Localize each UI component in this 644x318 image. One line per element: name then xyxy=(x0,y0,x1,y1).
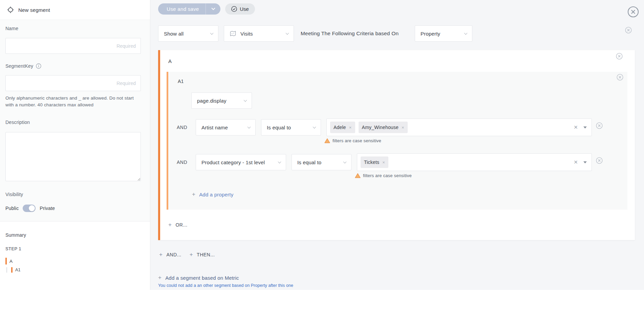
add-metric-note: You could not add a an other segment bas… xyxy=(158,283,293,288)
subgroup-a1-label: A1 xyxy=(178,79,184,84)
case-sensitive-warning: filters are case sensitive xyxy=(324,138,381,143)
sidebar-divider xyxy=(150,0,150,290)
summary-item-a1: A1 xyxy=(6,267,21,273)
name-input[interactable] xyxy=(5,38,141,54)
chevron-down-icon xyxy=(211,6,215,10)
use-and-save-button[interactable]: Use and save xyxy=(158,3,220,15)
summary-title: Summary xyxy=(5,232,26,238)
condition-comparator-select[interactable]: Is equal to xyxy=(292,154,351,170)
map-icon xyxy=(230,30,236,37)
sidebar: New segment Name SegmentKey Only alphanu… xyxy=(0,0,150,318)
target-icon xyxy=(7,6,14,14)
operator-label: AND xyxy=(177,153,187,171)
chevron-down-icon xyxy=(244,99,247,102)
based-on-select[interactable]: Property xyxy=(415,25,472,42)
group-a-label: A xyxy=(168,58,172,64)
summary-a-bar xyxy=(5,258,7,264)
close-icon[interactable] xyxy=(627,6,639,18)
chevron-down-icon xyxy=(343,160,347,164)
metric-select[interactable]: Visits xyxy=(224,25,294,42)
use-button[interactable]: Use xyxy=(225,3,255,15)
remove-group-a-icon[interactable] xyxy=(616,53,623,60)
remove-condition-icon[interactable] xyxy=(596,122,603,129)
property-select[interactable]: page.display xyxy=(191,92,252,109)
segment-builder-modal: New segment Name SegmentKey Only alphanu… xyxy=(0,0,644,318)
visibility-row: Public Private xyxy=(5,205,55,212)
operator-label: AND xyxy=(177,119,187,136)
visibility-private-label: Private xyxy=(40,206,55,211)
segmentkey-input[interactable] xyxy=(5,75,141,91)
chevron-down-icon xyxy=(464,31,468,35)
visibility-label: Visibility xyxy=(5,192,23,197)
info-icon[interactable] xyxy=(36,63,41,69)
dropdown-caret-icon[interactable] xyxy=(583,162,587,164)
summary-step-label: STEP 1 xyxy=(5,246,21,251)
condition-property-select[interactable]: Artist name xyxy=(196,119,256,135)
add-property-button[interactable]: + Add a property xyxy=(192,191,233,198)
segmentkey-label: SegmentKey xyxy=(5,63,41,69)
description-textarea[interactable] xyxy=(5,132,141,181)
check-circle-icon xyxy=(231,6,237,12)
condition-row: AND Product category - 1st level Is equa… xyxy=(167,153,627,171)
remove-subgroup-a1-icon[interactable] xyxy=(617,74,623,81)
remove-value-icon[interactable]: × xyxy=(402,125,404,130)
segment-group-a: A A1 page.display xyxy=(158,50,635,240)
value-chip: Tickets × xyxy=(361,156,388,168)
group-actions: + AND... + THEN... xyxy=(159,251,215,258)
plus-icon: + xyxy=(158,274,162,281)
plus-icon: + xyxy=(190,251,193,258)
plus-icon: + xyxy=(168,221,172,228)
use-and-save-dropdown[interactable] xyxy=(206,3,220,15)
chevron-down-icon xyxy=(278,160,281,164)
criteria-statement: Meeting The Following Criteria based On xyxy=(301,25,399,42)
condition-values-field[interactable]: Adele × Amy_Winehouse × ✕ xyxy=(326,119,592,136)
toggle-knob xyxy=(29,205,35,211)
subgroup-a1-accent-bar xyxy=(167,72,168,210)
value-chip: Amy_Winehouse × xyxy=(359,122,408,133)
dropdown-caret-icon[interactable] xyxy=(583,127,587,129)
summary-divider xyxy=(0,221,150,221)
remove-value-icon[interactable]: × xyxy=(349,125,352,130)
plus-icon: + xyxy=(159,251,163,258)
visibility-public-label: Public xyxy=(5,206,19,211)
chevron-down-icon xyxy=(286,31,289,35)
description-label: Description xyxy=(5,120,30,125)
add-or-button[interactable]: + OR... xyxy=(168,221,188,228)
summary-a1-bar xyxy=(11,267,13,273)
add-and-button[interactable]: + AND... xyxy=(159,251,181,258)
plus-icon: + xyxy=(192,191,195,198)
visibility-toggle[interactable] xyxy=(23,205,36,212)
condition-values-field[interactable]: Tickets × ✕ xyxy=(357,153,592,171)
value-chip: Adele × xyxy=(330,122,355,133)
case-sensitive-warning: filters are case sensitive xyxy=(355,173,412,178)
chevron-down-icon xyxy=(248,125,251,129)
condition-comparator-select[interactable]: Is equal to xyxy=(261,119,321,135)
remove-value-icon[interactable]: × xyxy=(382,160,385,165)
summary-item-a: A xyxy=(5,258,13,264)
summary-a1-indent-bar xyxy=(6,267,7,273)
condition-property-select[interactable]: Product category - 1st level xyxy=(196,154,286,170)
warning-triangle-icon xyxy=(355,173,361,178)
remove-condition-icon[interactable] xyxy=(596,157,603,164)
segment-subgroup-a1: A1 page.display AND Artist name xyxy=(167,72,627,210)
chevron-down-icon xyxy=(313,125,316,129)
remove-criteria-icon[interactable] xyxy=(625,27,632,34)
clear-values-icon[interactable]: ✕ xyxy=(574,159,578,165)
group-a-accent-bar xyxy=(158,50,160,240)
add-metric-segment-button[interactable]: + Add a segment based on Metric xyxy=(158,274,239,281)
warning-triangle-icon xyxy=(324,138,330,143)
sidebar-header: New segment xyxy=(0,0,150,20)
add-then-button[interactable]: + THEN... xyxy=(190,251,215,258)
name-label: Name xyxy=(5,26,18,31)
segmentkey-help-text: Only alphanumeric characters and _ are a… xyxy=(5,95,137,108)
condition-row: AND Artist name Is equal to Adele × Amy_… xyxy=(167,119,627,136)
scope-select[interactable]: Show all xyxy=(158,25,218,42)
chevron-down-icon xyxy=(210,31,214,35)
page-title: New segment xyxy=(18,7,50,13)
clear-values-icon[interactable]: ✕ xyxy=(574,124,578,130)
